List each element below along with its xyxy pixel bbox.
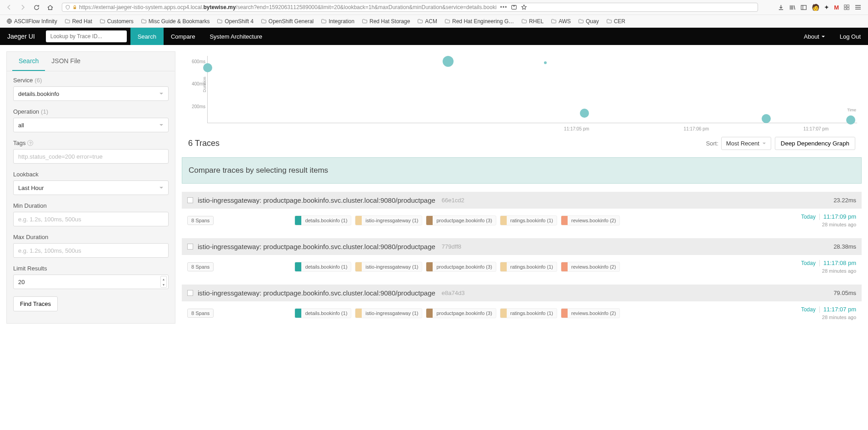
forward-button[interactable] [17,2,28,13]
scatter-point[interactable] [544,61,547,64]
service-tag: reviews.bookinfo (2) [561,308,620,318]
x-tick: 11:17:07 pm [803,126,829,131]
trace-checkbox[interactable] [187,197,193,203]
bookmark-star-icon[interactable] [521,4,527,10]
min-duration-label: Min Duration [13,202,169,209]
bookmark-item[interactable]: Red Hat [62,17,95,25]
tab-search[interactable]: Search [12,52,45,71]
reader-icon[interactable] [511,4,517,10]
menu-icon[interactable] [854,4,862,11]
spans-badge: 8 Spans [187,262,214,271]
bookmark-item[interactable]: Red Hat Engineering G… [442,17,517,25]
tags-input[interactable] [13,149,169,164]
trace-checkbox[interactable] [187,290,193,296]
nav-compare[interactable]: Compare [164,28,202,45]
trace-time: Today11:17:07 pm28 minutes ago [801,306,856,320]
service-tag: reviews.bookinfo (2) [561,262,620,272]
svg-rect-3 [844,5,846,7]
bookmark-item[interactable]: ACM [414,17,440,25]
nav-logout[interactable]: Log Out [833,28,868,45]
max-duration-input[interactable] [13,243,169,258]
trace-duration: 28.38ms [833,243,856,250]
nav-search[interactable]: Search [130,28,164,45]
tab-json-file[interactable]: JSON File [45,52,87,71]
bookmark-item[interactable]: RHEL [519,17,546,25]
bookmark-item[interactable]: AWS [548,17,574,25]
search-sidebar: Search JSON File Service (6) details.boo… [6,51,175,324]
trace-item[interactable]: istio-ingressgateway: productpage.bookin… [182,192,862,232]
library-icon[interactable] [789,4,796,11]
bookmark-item[interactable]: Customers [97,17,136,25]
nav-system-architecture[interactable]: System Architecture [202,28,269,45]
reload-button[interactable] [31,2,42,13]
lookback-select[interactable]: Last Hour [13,180,169,195]
limit-stepper[interactable]: ▲▼ [160,276,167,288]
service-select[interactable]: details.bookinfo [13,86,169,101]
svg-rect-2 [801,5,806,9]
trace-duration: 23.22ms [833,197,856,204]
bookmark-item[interactable]: OpenShift 4 [214,17,256,25]
bookmark-item[interactable]: Red Hat Storage [359,17,413,25]
find-traces-button[interactable]: Find Traces [13,296,58,311]
ext-icon-3[interactable] [843,4,850,10]
bookmark-item[interactable]: Integration [318,17,357,25]
limit-label: Limit Results [13,265,169,272]
service-tag: productpage.bookinfo (3) [426,308,496,318]
gmail-icon[interactable]: M [834,4,839,11]
svg-rect-4 [847,5,849,7]
service-tag: details.bookinfo (1) [294,308,351,318]
ext-icon-2[interactable]: ✦ [824,4,829,11]
trace-item[interactable]: istio-ingressgateway: productpage.bookin… [182,238,862,278]
downloads-icon[interactable] [778,4,784,11]
more-icon[interactable]: ••• [500,4,508,10]
tags-label: Tags [13,140,25,146]
trace-lookup-input[interactable] [46,30,127,42]
ddg-button[interactable]: Deep Dependency Graph [775,137,855,150]
trace-time: Today11:17:08 pm28 minutes ago [801,260,856,274]
trace-title: istio-ingressgateway: productpage.bookin… [198,289,435,297]
x-tick: 11:17:06 pm [683,126,709,131]
svg-rect-6 [847,8,849,10]
operation-select[interactable]: all [13,118,169,132]
bookmark-item[interactable]: Quay [575,17,602,25]
bookmark-item[interactable]: CER [604,17,628,25]
ext-icon-1[interactable]: 🧑 [812,4,819,11]
trace-id: 779dff8 [442,243,461,250]
lock-icon [72,5,77,10]
svg-rect-1 [512,5,517,10]
url-text: https://external-jaeger-istio-system.app… [79,4,497,10]
spans-badge: 8 Spans [187,216,214,225]
home-button[interactable] [45,2,55,13]
sort-select[interactable]: Most Recent [721,137,771,150]
service-tag: productpage.bookinfo (3) [426,215,496,225]
app-navbar: Jaeger UI Search Compare System Architec… [0,28,868,45]
back-button[interactable] [4,2,15,13]
bookmarks-bar: ASCIIFlow InfinityRed HatCustomersMisc G… [0,15,868,27]
bookmark-item[interactable]: ASCIIFlow Infinity [4,17,60,25]
service-tag: ratings.bookinfo (1) [500,215,557,225]
sidebar-icon[interactable] [800,4,807,11]
url-bar[interactable]: https://external-jaeger-istio-system.app… [62,3,758,12]
trace-id: e8a74d3 [442,290,465,296]
min-duration-input[interactable] [13,212,169,226]
trace-item[interactable]: istio-ingressgateway: productpage.bookin… [182,285,862,325]
service-tag: reviews.bookinfo (2) [561,215,620,225]
results-count: 6 Traces [188,139,219,148]
bookmark-item[interactable]: Misc Guide & Bookmarks [138,17,213,25]
scatter-point[interactable] [443,56,454,67]
trace-checkbox[interactable] [187,244,193,250]
scatter-point[interactable] [846,115,855,125]
nav-about[interactable]: About [797,28,833,45]
trace-time: Today11:17:09 pm28 minutes ago [801,213,856,227]
scatter-point[interactable] [203,63,212,72]
service-tag: details.bookinfo (1) [294,262,351,272]
tags-help-icon[interactable]: ? [27,140,33,146]
browser-chrome: https://external-jaeger-istio-system.app… [0,0,868,28]
app-brand: Jaeger UI [0,33,42,40]
y-tick: 600ms [192,59,205,64]
sort-label: Sort: [706,140,718,147]
scatter-point[interactable] [580,109,589,118]
limit-input[interactable] [13,275,169,289]
bookmark-item[interactable]: OpenShift General [258,17,316,25]
scatter-point[interactable] [762,114,771,123]
